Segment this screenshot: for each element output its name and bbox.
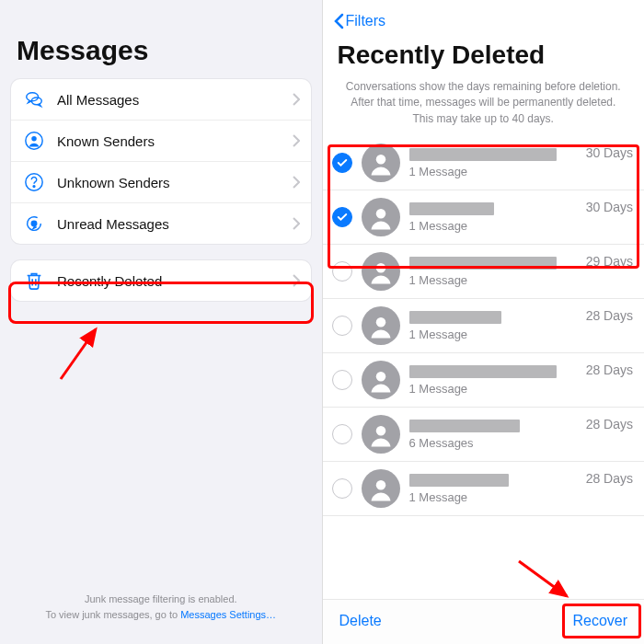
days-remaining: 29 Days: [586, 252, 633, 269]
message-count: 1 Message: [409, 273, 579, 287]
svg-point-8: [375, 209, 385, 219]
conversation-row[interactable]: 1 Message28 Days: [323, 299, 645, 353]
svg-point-11: [375, 372, 385, 382]
select-checkbox[interactable]: [332, 370, 352, 390]
svg-point-6: [31, 221, 37, 226]
message-count: 1 Message: [409, 219, 579, 233]
row-label: Unread Messages: [57, 216, 293, 232]
chevron-right-icon: [293, 134, 300, 147]
message-count: 6 Messages: [409, 436, 579, 450]
row-label: Unknown Senders: [57, 175, 293, 190]
avatar: [362, 198, 400, 236]
svg-point-10: [375, 317, 385, 328]
avatar: [362, 252, 400, 291]
chevron-left-icon: [334, 13, 344, 29]
message-count: 1 Message: [409, 490, 579, 504]
row-body: 1 Message: [409, 148, 579, 178]
row-body: 1 Message: [409, 257, 579, 287]
filter-row-all-messages[interactable]: All Messages: [11, 79, 311, 120]
svg-point-7: [375, 155, 385, 165]
svg-point-13: [375, 480, 385, 490]
avatar: [362, 361, 400, 399]
bubbles-icon: [22, 87, 46, 111]
select-checkbox[interactable]: [332, 207, 352, 227]
avatar: [362, 144, 400, 182]
redacted-name: [409, 474, 509, 487]
redacted-name: [409, 420, 520, 432]
row-body: 1 Message: [409, 311, 579, 341]
message-count: 1 Message: [409, 382, 579, 396]
info-text: Conversations show the days remaining be…: [323, 79, 645, 136]
row-body: 1 Message: [409, 474, 579, 504]
trash-icon: [22, 269, 46, 293]
svg-point-9: [375, 263, 385, 273]
question-icon: [22, 170, 46, 194]
page-title: Messages: [0, 0, 322, 79]
conversation-row[interactable]: 1 Message30 Days: [323, 136, 645, 190]
messages-filters-pane: Messages All MessagesKnown SendersUnknow…: [0, 0, 323, 644]
deleted-group: Recently Deleted: [11, 260, 311, 301]
chevron-right-icon: [293, 217, 300, 230]
select-checkbox[interactable]: [332, 261, 352, 282]
footer-line1: Junk message filtering is enabled.: [0, 592, 322, 607]
redacted-name: [409, 257, 557, 270]
row-label: Recently Deleted: [57, 273, 293, 289]
message-count: 1 Message: [409, 165, 579, 178]
footer-line2: To view junk messages, go to: [45, 609, 180, 620]
select-checkbox[interactable]: [332, 153, 352, 173]
filter-row-unread-messages[interactable]: Unread Messages: [11, 202, 311, 244]
conversation-row[interactable]: 6 Messages28 Days: [323, 408, 645, 462]
annotation-arrow-left: [55, 320, 110, 388]
days-remaining: 28 Days: [586, 469, 633, 486]
days-remaining: 28 Days: [586, 361, 633, 377]
conversation-row[interactable]: 1 Message29 Days: [323, 245, 645, 299]
row-recently-deleted[interactable]: Recently Deleted: [11, 260, 311, 301]
days-remaining: 30 Days: [586, 198, 633, 214]
row-body: 1 Message: [409, 202, 579, 233]
days-remaining: 28 Days: [586, 415, 633, 431]
recently-deleted-pane: Filters Recently Deleted Conversations s…: [323, 0, 645, 644]
conversation-row[interactable]: 1 Message28 Days: [323, 353, 645, 408]
toolbar: Delete Recover: [323, 599, 645, 644]
page-title: Recently Deleted: [323, 35, 645, 79]
row-label: All Messages: [57, 92, 293, 108]
chevron-right-icon: [293, 176, 300, 189]
conversation-list: 1 Message30 Days1 Message30 Days1 Messag…: [323, 136, 645, 516]
conversation-row[interactable]: 1 Message28 Days: [323, 462, 645, 516]
dot-icon: [22, 212, 46, 236]
days-remaining: 30 Days: [586, 144, 633, 160]
delete-button[interactable]: Delete: [339, 613, 382, 629]
filter-row-known-senders[interactable]: Known Senders: [11, 120, 311, 161]
conversation-row[interactable]: 1 Message30 Days: [323, 190, 645, 245]
row-body: 1 Message: [409, 365, 579, 396]
back-label: Filters: [346, 13, 386, 29]
footer-note: Junk message filtering is enabled. To vi…: [0, 592, 322, 622]
avatar: [362, 415, 400, 454]
svg-point-12: [375, 426, 385, 436]
person-icon: [22, 129, 46, 153]
nav-back[interactable]: Filters: [323, 0, 645, 35]
message-count: 1 Message: [409, 328, 579, 341]
select-checkbox[interactable]: [332, 424, 352, 444]
filter-group: All MessagesKnown SendersUnknown Senders…: [11, 79, 311, 244]
chevron-right-icon: [293, 274, 300, 287]
chevron-right-icon: [293, 93, 300, 106]
row-body: 6 Messages: [409, 420, 579, 450]
filter-row-unknown-senders[interactable]: Unknown Senders: [11, 161, 311, 202]
avatar: [362, 469, 400, 508]
days-remaining: 28 Days: [586, 306, 633, 323]
messages-settings-link[interactable]: Messages Settings…: [180, 609, 276, 620]
select-checkbox[interactable]: [332, 478, 352, 499]
svg-point-5: [33, 186, 35, 188]
avatar: [362, 306, 400, 345]
redacted-name: [409, 148, 557, 161]
redacted-name: [409, 202, 494, 215]
svg-point-3: [31, 136, 37, 142]
row-label: Known Senders: [57, 133, 293, 149]
redacted-name: [409, 365, 557, 378]
recover-button[interactable]: Recover: [572, 613, 627, 629]
select-checkbox[interactable]: [332, 316, 352, 336]
redacted-name: [409, 311, 501, 324]
